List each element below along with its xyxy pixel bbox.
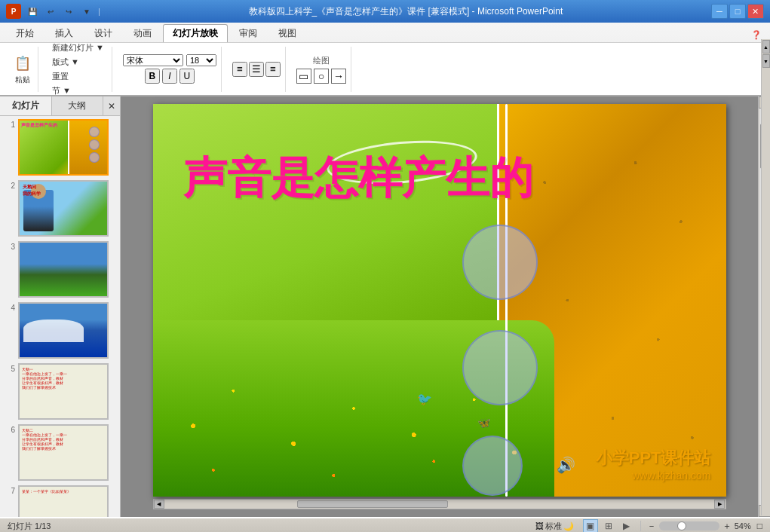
slide-thumb-3 xyxy=(18,241,109,298)
qa-redo[interactable]: ↪ xyxy=(62,5,75,18)
qa-undo[interactable]: ↩ xyxy=(44,5,57,18)
zoom-percent: 54% xyxy=(735,521,751,530)
watermark-line2: www.kjzhan.com xyxy=(596,469,711,482)
slide-canvas[interactable]: 声音是怎样产生的 小学PPT课件站 www.kjzhan.com 🔊 🐦 🦋 xyxy=(153,104,726,497)
ribbon-tabs: 开始 插入 设计 动画 幻灯片放映 审阅 视图 ❓ xyxy=(0,23,770,42)
speaker-icon: 🔊 xyxy=(557,456,575,474)
font-select[interactable]: 宋体 xyxy=(123,54,183,66)
qa-save[interactable]: 💾 xyxy=(26,5,39,18)
zoom-slider[interactable] xyxy=(659,521,719,530)
watermark: 小学PPT课件站 www.kjzhan.com xyxy=(596,447,711,482)
slide-item-4[interactable]: 4 xyxy=(3,302,117,359)
font-size-select[interactable]: 18 xyxy=(186,54,216,66)
shape-circle[interactable]: ○ xyxy=(314,69,329,84)
window-title: 教科版四上科学_《声音是怎样产生的》课件 [兼容模式] - Microsoft … xyxy=(249,5,563,18)
tab-slideshow[interactable]: 幻灯片放映 xyxy=(163,24,228,42)
slide-number-4: 4 xyxy=(3,304,15,312)
maximize-btn[interactable]: □ xyxy=(729,4,746,19)
align-center-btn[interactable]: ☰ xyxy=(249,62,264,77)
tab-outline[interactable]: 大纲 xyxy=(52,96,104,115)
hscroll-left[interactable]: ◀ xyxy=(154,500,164,509)
slide-item-6[interactable]: 6 天鹅二一乘在他边上发了，一乘一分享的自然和声音，教材让学生有很多好声，教材我… xyxy=(3,424,117,481)
slides-panel: 1 声音是怎样产生的 2 xyxy=(0,116,120,517)
slide-number-1: 1 xyxy=(3,121,15,129)
slide-circle-2[interactable] xyxy=(462,330,538,405)
view-normal: 标准 xyxy=(545,521,562,532)
title-bar-left: P 💾 ↩ ↪ ▼ | xyxy=(6,4,100,19)
canvas-hscroll[interactable]: ◀ ▶ xyxy=(153,499,726,509)
ribbon-group-drawing: 绘图 ▭ ○ → xyxy=(292,47,351,92)
ribbon-group-clipboard: 📋 粘贴 xyxy=(8,47,38,92)
status-left: 幻灯片 1/13 xyxy=(8,521,528,532)
ribbon-content: 📋 粘贴 新建幻灯片 ▼ 版式 ▼ 重置 节 ▼ 宋体 18 B xyxy=(0,42,770,95)
slide-item-2[interactable]: 2 天鹅问我的科学 xyxy=(3,180,117,237)
tab-animation[interactable]: 动画 xyxy=(124,24,161,42)
zoom-thumb[interactable] xyxy=(677,521,686,530)
close-btn[interactable]: ✕ xyxy=(747,4,764,19)
hscroll-thumb[interactable] xyxy=(297,500,448,508)
slide-title[interactable]: 声音是怎样产生的 xyxy=(183,149,533,208)
tab-slides[interactable]: 幻灯片 xyxy=(0,96,52,115)
hscroll-right[interactable]: ▶ xyxy=(714,500,725,509)
drawing-label: 绘图 xyxy=(313,55,330,66)
title-bar: P 💾 ↩ ↪ ▼ | 教科版四上科学_《声音是怎样产生的》课件 [兼容模式] … xyxy=(0,0,770,23)
slides-sidebar: 幻灯片 大纲 ✕ 1 声音是怎样产生的 xyxy=(0,96,121,517)
reset-btn[interactable]: 重置 xyxy=(49,70,107,83)
watermark-line1: 小学PPT课件站 xyxy=(596,447,711,469)
ribbon-group-font: 宋体 18 B I U xyxy=(118,47,222,92)
tab-view[interactable]: 视图 xyxy=(268,24,306,42)
minimize-btn[interactable]: ─ xyxy=(711,4,728,19)
tab-start[interactable]: 开始 xyxy=(6,24,44,42)
shape-arrow[interactable]: → xyxy=(331,69,346,84)
status-right: 🖼 标准 🌙 ▣ ⊞ ▶ － ＋ 54% □ xyxy=(535,519,762,532)
slide-item-3[interactable]: 3 xyxy=(3,241,117,298)
slide-number-3: 3 xyxy=(3,243,15,251)
status-bar: 幻灯片 1/13 🖼 标准 🌙 ▣ ⊞ ▶ － ＋ 54% □ xyxy=(0,517,770,532)
slide-thumb-1: 声音是怎样产生的 xyxy=(18,119,109,176)
view-btn-normal[interactable]: ▣ xyxy=(583,519,598,532)
app-icon: P xyxy=(6,4,21,19)
align-right-btn[interactable]: ≡ xyxy=(265,62,281,77)
paste-btn[interactable]: 📋 粘贴 xyxy=(12,53,33,85)
slide-circle-3[interactable] xyxy=(462,436,523,496)
ribbon-group-paragraph: ≡ ☰ ≡ xyxy=(228,47,286,92)
section-btn[interactable]: 节 ▼ xyxy=(49,84,107,97)
slide-count: 幻灯片 1/13 xyxy=(8,521,51,532)
zoom-out-btn[interactable]: － xyxy=(647,520,656,533)
main-area: 幻灯片 大纲 ✕ 1 声音是怎样产生的 xyxy=(0,96,770,517)
slide-number-2: 2 xyxy=(3,182,15,190)
bold-btn[interactable]: B xyxy=(145,69,160,84)
underline-btn[interactable]: U xyxy=(179,69,195,84)
ribbon-group-slides: 新建幻灯片 ▼ 版式 ▼ 重置 节 ▼ xyxy=(44,47,112,92)
canvas-area: 声音是怎样产生的 小学PPT课件站 www.kjzhan.com 🔊 🐦 🦋 ◀… xyxy=(121,96,758,517)
view-btn-slideshow[interactable]: ▶ xyxy=(619,519,634,532)
slide-item-5[interactable]: 5 天鹅一一乘在他边上发了，一乘一分享的自然和声音，教材让学生有很多好声，教材我… xyxy=(3,363,117,420)
butterfly-icon: 🦋 xyxy=(477,417,490,429)
fit-window-btn[interactable]: □ xyxy=(757,521,762,531)
tab-insert[interactable]: 插入 xyxy=(45,24,83,42)
zoom-in-btn[interactable]: ＋ xyxy=(722,520,732,533)
slide-circle-1[interactable] xyxy=(462,225,538,300)
slide-thumb-7: 某某：一个某字《比如某某》 xyxy=(18,485,109,517)
sidebar-close-btn[interactable]: ✕ xyxy=(103,98,120,115)
view-icon: 🖼 xyxy=(535,521,544,530)
layout-btn[interactable]: 版式 ▼ xyxy=(49,56,107,69)
slide-circles xyxy=(462,225,538,496)
slide-number-7: 7 xyxy=(3,487,15,495)
qa-dropdown[interactable]: ▼ xyxy=(80,5,94,18)
view-moon-icon: 🌙 xyxy=(563,521,574,531)
sidebar-scrollbar[interactable]: ▲ ▼ xyxy=(761,96,770,515)
tab-design[interactable]: 设计 xyxy=(84,24,122,42)
align-left-btn[interactable]: ≡ xyxy=(232,62,247,77)
tab-review[interactable]: 审阅 xyxy=(229,24,267,42)
view-btn-slide-sorter[interactable]: ⊞ xyxy=(601,519,616,532)
new-slide-btn[interactable]: 新建幻灯片 ▼ xyxy=(49,41,107,54)
slide-number-5: 5 xyxy=(3,365,15,373)
slide-item-1[interactable]: 1 声音是怎样产生的 xyxy=(3,119,117,176)
slide-thumb-6: 天鹅二一乘在他边上发了，一乘一分享的自然和声音，教材让学生有很多好声，教材我们们… xyxy=(18,424,109,481)
slide-item-7[interactable]: 7 某某：一个某字《比如某某》 xyxy=(3,485,117,517)
shape-rect[interactable]: ▭ xyxy=(296,69,311,84)
window-controls: ─ □ ✕ xyxy=(711,4,764,19)
italic-btn[interactable]: I xyxy=(162,69,177,84)
ribbon: 开始 插入 设计 动画 幻灯片放映 审阅 视图 ❓ 📋 粘贴 新建幻灯片 ▼ 版… xyxy=(0,23,770,96)
